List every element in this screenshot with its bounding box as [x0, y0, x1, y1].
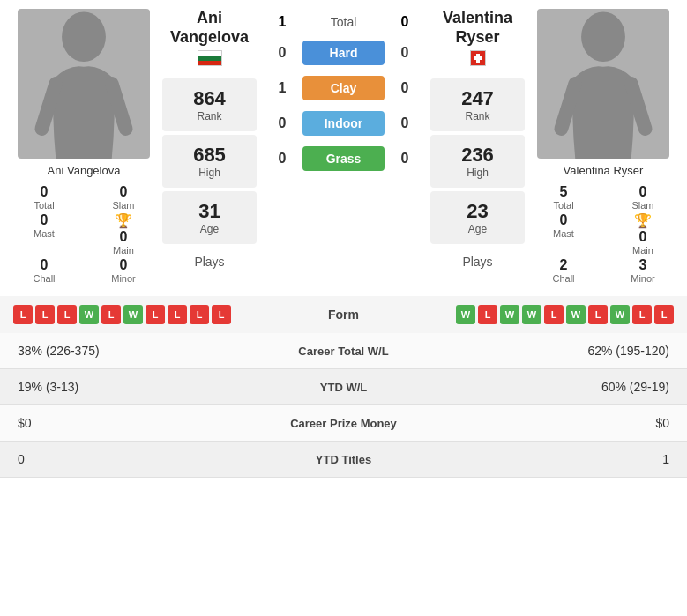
left-player-name: Ani Vangelova — [48, 164, 121, 177]
left-high-box: 685 High — [162, 135, 257, 188]
left-player-flag — [198, 50, 222, 66]
left-chall-value: 0 — [41, 257, 49, 273]
left-trophy-stat: 🏆 0 Main — [88, 212, 159, 256]
left-mid-stats: AniVangelova 864 Rank 685 High 31 Age — [159, 9, 260, 284]
grass-surface-btn: Grass — [302, 146, 385, 171]
hard-surface-row: 0 Hard 0 — [269, 41, 418, 65]
left-chall-stat: 0 Chall — [9, 257, 79, 284]
left-main-label: Main — [113, 245, 134, 256]
total-row: 1 Total 0 — [269, 14, 418, 30]
center-column: 1 Total 0 0 Hard 0 1 Clay 0 0 Indoor 0 — [260, 9, 427, 284]
right-mast-stat: 0 Mast — [528, 212, 599, 256]
right-chall-value: 2 — [560, 257, 568, 273]
form-label: Form — [300, 308, 388, 322]
svg-point-0 — [62, 11, 106, 62]
ytd-titles-row: 0 YTD Titles 1 — [0, 442, 687, 478]
right-player-card: Valentina Ryser 5 Total 0 Slam 0 Mast 🏆 … — [528, 9, 678, 284]
right-high-value: 236 — [434, 144, 521, 167]
right-form-badges: WLWWLWLWLL — [456, 305, 674, 324]
right-form-badge-l: L — [654, 305, 674, 324]
left-form-badge-l: L — [212, 305, 231, 324]
left-mast-value: 0 — [41, 212, 49, 228]
left-minor-label: Minor — [111, 273, 136, 284]
indoor-left-score: 0 — [269, 115, 295, 131]
left-form-badge-l: L — [101, 305, 121, 324]
total-left-score: 1 — [269, 14, 295, 30]
right-slam-label: Slam — [631, 200, 653, 211]
ytd-wl-label: YTD W/L — [194, 381, 493, 394]
right-form-badge-w: W — [500, 305, 519, 324]
left-rank-value: 864 — [166, 87, 253, 110]
right-player-name-header: ValentinaRyser — [430, 9, 525, 47]
right-high-box: 236 High — [430, 135, 525, 188]
left-rank-box: 864 Rank — [162, 78, 257, 131]
player-comparison: Ani Vangelova 0 Total 0 Slam 0 Mast 🏆 0 — [0, 0, 687, 293]
left-form-badge-w: W — [79, 305, 99, 324]
left-minor-stat: 0 Minor — [88, 257, 159, 284]
right-minor-value: 3 — [639, 257, 647, 273]
right-age-value: 23 — [434, 200, 521, 223]
right-main-label: Main — [632, 245, 653, 256]
career-total-left: 38% (226-375) — [18, 344, 194, 358]
ytd-titles-label: YTD Titles — [194, 453, 493, 466]
left-high-value: 685 — [166, 144, 253, 167]
right-form-badge-w: W — [456, 305, 475, 324]
grass-surface-row: 0 Grass 0 — [269, 146, 418, 171]
left-player-name-header: AniVangelova — [162, 9, 257, 47]
right-rank-label: Rank — [434, 110, 521, 122]
left-form-badge-l: L — [13, 305, 33, 324]
right-main-value: 0 — [639, 229, 647, 245]
left-main-value: 0 — [120, 229, 128, 245]
right-age-label: Age — [434, 223, 521, 235]
right-mast-value: 0 — [560, 212, 568, 228]
left-slam-stat: 0 Slam — [88, 184, 159, 211]
clay-surface-btn: Clay — [302, 76, 385, 100]
left-form-badges: LLLWLWLLLL — [13, 305, 231, 324]
right-rank-box: 247 Rank — [430, 78, 525, 131]
indoor-surface-row: 0 Indoor 0 — [269, 111, 418, 136]
right-rank-value: 247 — [434, 87, 521, 110]
right-player-avatar — [537, 9, 669, 159]
clay-left-score: 1 — [269, 80, 295, 96]
right-player-flag — [470, 50, 486, 66]
right-player-name: Valentina Ryser — [564, 164, 644, 177]
right-player-stats-grid: 5 Total 0 Slam 0 Mast 🏆 0 Main 2 — [528, 184, 678, 284]
ytd-titles-left: 0 — [18, 452, 194, 466]
svg-point-3 — [581, 11, 625, 62]
career-total-row: 38% (226-375) Career Total W/L 62% (195-… — [0, 333, 687, 369]
ytd-wl-left: 19% (3-13) — [18, 380, 194, 394]
left-total-label: Total — [34, 200, 54, 211]
clay-right-score: 0 — [392, 80, 418, 96]
grass-left-score: 0 — [269, 151, 295, 167]
left-age-box: 31 Age — [162, 191, 257, 244]
left-form-badge-l: L — [190, 305, 209, 324]
right-trophy-stat: 🏆 0 Main — [608, 212, 678, 256]
total-right-score: 0 — [392, 14, 418, 30]
left-mast-stat: 0 Mast — [9, 212, 79, 256]
hard-surface-btn: Hard — [302, 41, 385, 65]
right-form-badge-w: W — [566, 305, 586, 324]
career-prize-row: $0 Career Prize Money $0 — [0, 405, 687, 442]
right-form-badge-l: L — [478, 305, 497, 324]
right-slam-stat: 0 Slam — [608, 184, 678, 211]
right-form-badge-l: L — [544, 305, 564, 324]
grass-right-score: 0 — [392, 151, 418, 167]
right-slam-value: 0 — [639, 184, 647, 200]
right-form-badge-w: W — [610, 305, 630, 324]
stats-rows: 38% (226-375) Career Total W/L 62% (195-… — [0, 333, 687, 478]
form-section: LLLWLWLLLL Form WLWWLWLWLL — [0, 296, 687, 333]
right-high-label: High — [434, 167, 521, 179]
left-form-badge-l: L — [146, 305, 165, 324]
left-high-label: High — [166, 167, 253, 179]
left-mast-label: Mast — [34, 228, 55, 239]
right-chall-stat: 2 Chall — [528, 257, 599, 284]
right-age-box: 23 Age — [430, 191, 525, 244]
left-player-avatar — [18, 9, 150, 159]
left-slam-label: Slam — [112, 200, 134, 211]
right-plays-label: Plays — [430, 255, 525, 269]
career-prize-label: Career Prize Money — [194, 417, 493, 430]
left-player-card: Ani Vangelova 0 Total 0 Slam 0 Mast 🏆 0 — [9, 9, 159, 284]
right-minor-label: Minor — [631, 273, 655, 284]
right-mid-stats: ValentinaRyser 247 Rank 236 High 23 Age … — [427, 9, 528, 284]
left-rank-label: Rank — [166, 110, 253, 122]
